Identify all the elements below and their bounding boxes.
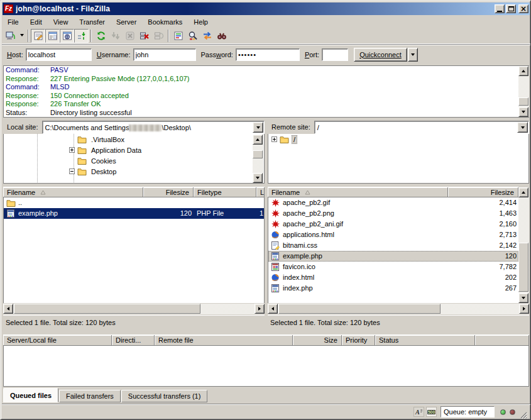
filezilla-app-icon[interactable]: Fz: [4, 4, 13, 13]
menu-item[interactable]: Help: [188, 17, 214, 27]
column-header[interactable]: Status: [375, 335, 475, 345]
speed-limit-icon[interactable]: 500: [426, 407, 437, 417]
column-header[interactable]: Server/Local file: [3, 335, 112, 345]
tree-item[interactable]: /: [268, 134, 528, 145]
menu-item[interactable]: Bookmarks: [142, 17, 188, 27]
local-tree-scroll-thumb[interactable]: [253, 150, 263, 158]
scroll-up-button[interactable]: [253, 135, 263, 145]
synchronized-browsing-button[interactable]: [200, 29, 214, 43]
file-row[interactable]: apache_pb2.gif2,414: [268, 197, 518, 208]
column-header[interactable]: Size: [293, 335, 342, 345]
column-header[interactable]: Filesize: [143, 187, 194, 197]
remote-list-scroll-thumb[interactable]: [518, 243, 528, 292]
scroll-down-button[interactable]: [253, 173, 263, 183]
tree-item[interactable]: Application Data: [4, 145, 264, 155]
file-row[interactable]: favicon.ico7,782: [268, 262, 518, 272]
file-row[interactable]: example.php120: [268, 251, 518, 262]
menu-item[interactable]: Edit: [25, 17, 48, 27]
queue-body[interactable]: [3, 346, 529, 387]
titlebar[interactable]: Fz john@localhost - FileZilla ×: [3, 3, 530, 15]
local-site-combo[interactable]: C:\Documents and Settings\Desktop\: [42, 121, 265, 134]
close-icon: ×: [520, 6, 527, 12]
scroll-left-button[interactable]: [3, 304, 13, 314]
local-h-scroll-thumb[interactable]: [14, 304, 200, 314]
scroll-left-button[interactable]: [268, 304, 278, 314]
scroll-right-button[interactable]: [255, 304, 265, 314]
remote-list-scrollbar[interactable]: [518, 187, 529, 303]
file-row[interactable]: apache_pb2_ani.gif2,160: [268, 219, 518, 229]
queue-tab[interactable]: Failed transfers: [59, 390, 121, 402]
tree-item[interactable]: .VirtualBox: [4, 134, 264, 145]
refresh-button[interactable]: [94, 29, 108, 43]
transfer-type-icon[interactable]: A: [413, 407, 424, 417]
toggle-queue-button[interactable]: [74, 29, 89, 43]
password-input[interactable]: [236, 48, 300, 61]
quickconnect-button[interactable]: Quickconnect: [354, 48, 407, 62]
log-scrollbar[interactable]: [518, 66, 529, 117]
disconnect-button[interactable]: [137, 29, 151, 43]
toggle-local-tree-button[interactable]: [45, 29, 60, 43]
local-site-dropdown[interactable]: [253, 122, 263, 133]
column-header[interactable]: Filesize: [448, 187, 518, 197]
php-file-icon: [6, 209, 16, 218]
remote-site-combo[interactable]: /: [314, 121, 529, 134]
scroll-down-button[interactable]: [518, 107, 528, 117]
column-header[interactable]: L: [256, 187, 265, 197]
filter-button[interactable]: [171, 29, 185, 43]
local-h-scrollbar[interactable]: [3, 304, 265, 314]
toggle-remote-tree-button[interactable]: [60, 29, 74, 43]
remote-h-scrollbar[interactable]: [268, 304, 529, 314]
file-row[interactable]: apache_pb2.png1,463: [268, 208, 518, 219]
folder-icon: [77, 146, 87, 154]
username-input[interactable]: [133, 48, 196, 61]
file-row[interactable]: index.php267: [268, 283, 518, 294]
scroll-up-button[interactable]: [518, 66, 528, 76]
find-files-button[interactable]: [214, 29, 229, 43]
menu-item[interactable]: Server: [111, 17, 142, 27]
file-row[interactable]: index.html202: [268, 272, 518, 283]
file-row[interactable]: ..: [4, 197, 264, 208]
scroll-up-button[interactable]: [518, 187, 528, 197]
tree-item[interactable]: Desktop: [4, 166, 264, 177]
site-manager-button[interactable]: [3, 29, 18, 43]
menu-item[interactable]: File: [2, 17, 25, 27]
tree-item[interactable]: Cookies: [4, 155, 264, 166]
column-header[interactable]: Filename: [3, 187, 143, 197]
html-file-icon: [271, 231, 280, 239]
remote-file-list: apache_pb2.gif2,414apache_pb2.png1,463ap…: [268, 197, 518, 303]
queue-tab[interactable]: Queued files: [3, 388, 58, 402]
remote-site-dropdown[interactable]: [517, 122, 528, 133]
file-row[interactable]: example.php120PHP File1: [4, 208, 264, 219]
column-header[interactable]: Directi...: [112, 335, 155, 345]
directory-comparison-button[interactable]: [185, 29, 200, 43]
menu-item[interactable]: View: [48, 17, 74, 27]
maximize-button[interactable]: [506, 4, 516, 13]
plus-expander-icon[interactable]: [271, 136, 277, 142]
minus-expander-icon[interactable]: [69, 169, 75, 174]
scroll-down-button[interactable]: [518, 293, 528, 303]
menu-item[interactable]: Transfer: [74, 17, 111, 27]
dropdown-arrow-button[interactable]: [18, 29, 26, 43]
column-header[interactable]: Filename: [268, 187, 448, 197]
log-scroll-thumb[interactable]: [518, 97, 528, 106]
local-tree-scrollbar[interactable]: [253, 135, 263, 183]
column-header[interactable]: Filetype: [194, 187, 256, 197]
port-input[interactable]: [322, 48, 348, 61]
remote-h-scroll-thumb[interactable]: [278, 304, 441, 314]
scroll-right-button[interactable]: [519, 304, 529, 314]
file-cell-size: 120: [144, 208, 194, 219]
column-header[interactable]: Priority: [342, 335, 375, 345]
close-button[interactable]: ×: [518, 4, 528, 13]
minimize-button[interactable]: [495, 4, 505, 13]
dropdown-arrow-icon: [411, 53, 415, 58]
file-row[interactable]: applications.html2,713: [268, 229, 518, 240]
resize-grip[interactable]: [520, 411, 528, 419]
column-header[interactable]: [475, 335, 529, 345]
toggle-message-log-button[interactable]: [31, 29, 45, 43]
column-header[interactable]: Remote file: [155, 335, 293, 345]
file-row[interactable]: bitnami.css2,142: [268, 240, 518, 251]
plus-expander-icon[interactable]: [69, 147, 75, 153]
quickconnect-dropdown[interactable]: [408, 48, 418, 62]
queue-tab[interactable]: Successful transfers (1): [121, 390, 208, 402]
host-input[interactable]: [26, 48, 92, 61]
